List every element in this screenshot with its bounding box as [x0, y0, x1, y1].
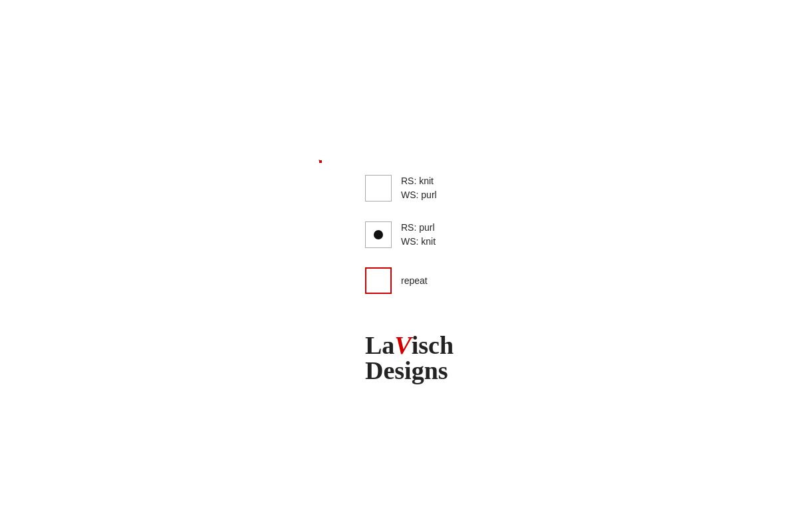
chart-section	[300, 148, 338, 161]
grid-wrapper	[319, 160, 320, 161]
brand-logo: LaVisch Designs	[365, 332, 498, 384]
key-label-knit: RS: knitWS: purl	[401, 174, 437, 202]
key-box-red	[365, 267, 392, 294]
brand-name: LaVisch Designs	[365, 332, 498, 383]
key-box-dot	[365, 221, 392, 248]
key-box-plain	[365, 175, 392, 201]
chart-rows-container	[300, 160, 338, 161]
row-labels-left	[300, 160, 319, 161]
main-container: RS: knitWS: purl RS: purlWS: knit repeat…	[287, 134, 511, 398]
key-label-repeat: repeat	[401, 274, 428, 288]
key-dot	[374, 230, 383, 239]
key-item-knit: RS: knitWS: purl	[365, 174, 498, 202]
brand-isch: isch	[412, 331, 454, 359]
brand-designs: Designs	[365, 356, 448, 384]
brand-v: V	[394, 331, 411, 359]
key-label-purl: RS: purlWS: knit	[401, 221, 436, 249]
key-section: RS: knitWS: purl RS: purlWS: knit repeat…	[365, 148, 498, 384]
brand-la: La	[365, 331, 394, 359]
chart-with-labels	[300, 160, 338, 161]
row-labels-right	[320, 160, 338, 161]
key-item-repeat: repeat	[365, 267, 498, 294]
key-item-purl: RS: purlWS: knit	[365, 221, 498, 249]
